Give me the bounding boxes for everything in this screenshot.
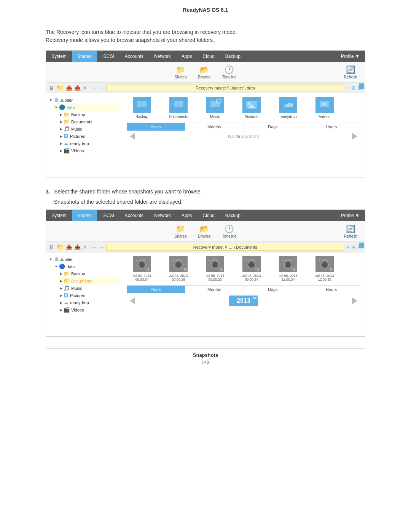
list-view-icon-1[interactable]: ≡ bbox=[347, 85, 350, 91]
tree-readydrop-2[interactable]: ▶ ☁ readydrop bbox=[58, 299, 120, 306]
nav-cloud-1[interactable]: Cloud bbox=[197, 51, 220, 62]
year-badge[interactable]: 2013 52 bbox=[229, 296, 258, 306]
tree-root-1[interactable]: ▼ 🖥 Jupiter bbox=[48, 96, 120, 104]
nav-shares-1[interactable]: Shares bbox=[72, 51, 97, 62]
snap-months-2[interactable]: Months bbox=[185, 286, 244, 293]
refresh-icon-1: 🔄 bbox=[346, 65, 355, 74]
nav-backup-1[interactable]: Backup bbox=[220, 51, 246, 62]
snapshot-item-1[interactable]: Jul 03, 2013 00:00:54 bbox=[127, 256, 157, 281]
nav-accounts-2[interactable]: Accounts bbox=[119, 210, 149, 221]
tree-music-2[interactable]: ▶ 🎵 Music bbox=[58, 284, 120, 292]
tree-backup-2[interactable]: ▶ 📁 Backup bbox=[58, 270, 120, 277]
tree-data-node-2[interactable]: ▼ 🔵 data bbox=[53, 263, 120, 270]
list-view-icon-2[interactable]: ≡ bbox=[347, 244, 350, 250]
pics-label-1: Pictures bbox=[70, 134, 85, 139]
root-arrow-1: ▼ bbox=[49, 98, 53, 102]
toolbar-browse-2[interactable]: 📂 Browse bbox=[198, 224, 210, 238]
snapshot-item-3[interactable]: Jul 05, 2013 00:00:32 bbox=[200, 256, 230, 281]
tree-readydrop-1[interactable]: ▶ ☁ readydrop bbox=[58, 140, 120, 147]
year-badge-count: 52 bbox=[253, 296, 257, 300]
nav-shares-2[interactable]: Shares bbox=[72, 210, 97, 221]
file-readydrop-1[interactable]: readydrop bbox=[273, 97, 303, 119]
tree-pictures-1[interactable]: ▶ 🖼 Pictures bbox=[58, 133, 120, 140]
nav-system-1[interactable]: System bbox=[46, 51, 72, 62]
fwd-arrow-2[interactable]: → bbox=[99, 244, 104, 250]
toolbar-timeline-1[interactable]: 🕐 Timeline bbox=[222, 65, 236, 79]
back-arrow-1[interactable]: ← bbox=[92, 85, 97, 91]
snap-camera-icon-6 bbox=[315, 256, 334, 272]
tree-music-1[interactable]: ▶ 🎵 Music bbox=[58, 125, 120, 133]
refresh-icon-2: 🔄 bbox=[346, 224, 355, 233]
nav-iscsi-2[interactable]: iSCSI bbox=[97, 210, 119, 221]
tree-videos-1[interactable]: ▶ 🎬 Videos bbox=[58, 147, 120, 154]
tree-panel-2: ▼ 🖥 Jupiter ▼ 🔵 data ▶ 📁 Backup bbox=[46, 252, 122, 336]
music-file-icon-1: ♪ bbox=[206, 97, 224, 113]
snap-hours-2[interactable]: Hours bbox=[302, 286, 360, 293]
nav-network-1[interactable]: Network bbox=[149, 51, 176, 62]
file-videos-1[interactable]: Videos bbox=[309, 97, 340, 119]
snapshot-item-6[interactable]: Jul 06, 2013 12:00:39 bbox=[309, 256, 340, 281]
snap-years-2[interactable]: Years bbox=[127, 286, 185, 293]
music-folder-icon-1: 🎵 bbox=[64, 126, 70, 132]
snap-camera-icon-4 bbox=[242, 256, 261, 272]
pics-folder-icon-2: 🖼 bbox=[64, 292, 68, 298]
snap-days-1[interactable]: Days bbox=[244, 123, 303, 131]
timeline-label-2: Timeline bbox=[222, 234, 236, 238]
snap-next-arrow-1[interactable] bbox=[352, 133, 357, 140]
snap-years-1[interactable]: Years bbox=[127, 123, 185, 131]
snap-hours-1[interactable]: Hours bbox=[302, 123, 360, 131]
nav-backup-2[interactable]: Backup bbox=[220, 210, 246, 221]
snap-prev-arrow-1[interactable] bbox=[130, 133, 135, 140]
snap-days-2[interactable]: Days bbox=[244, 286, 303, 293]
nav-iscsi-1[interactable]: iSCSI bbox=[97, 51, 119, 62]
docs-arrow-2: ▶ bbox=[60, 279, 62, 283]
tree-videos-2[interactable]: ▶ 🎬 Videos bbox=[58, 306, 120, 313]
nav-profile-1[interactable]: Profile ▼ bbox=[336, 51, 365, 62]
toolbar-refresh-1[interactable]: 🔄 Refresh bbox=[344, 65, 357, 79]
tree-documents-2[interactable]: ▶ 📁 Documents bbox=[58, 277, 120, 284]
nav-accounts-1[interactable]: Accounts bbox=[119, 51, 149, 62]
toolbar-shares-2[interactable]: 📁 Shares bbox=[175, 224, 187, 238]
toolbar-shares-1[interactable]: 📁 Shares bbox=[175, 65, 187, 79]
snapshot-item-2[interactable]: Jul 04, 2013 00:00:28 bbox=[163, 256, 194, 281]
pics-file-icon-1 bbox=[242, 97, 261, 113]
tree-root-2[interactable]: ▼ 🖥 Jupiter bbox=[48, 256, 120, 263]
tree-documents-1[interactable]: ▶ 📁 Documents bbox=[58, 118, 120, 125]
file-backup-1[interactable]: Backup bbox=[127, 97, 157, 119]
svg-point-44 bbox=[282, 260, 284, 261]
toolbar-timeline-2[interactable]: 🕐 Timeline bbox=[222, 224, 236, 238]
back-arrow-2[interactable]: ← bbox=[92, 244, 97, 250]
file-music-1[interactable]: ♪ Music bbox=[200, 97, 230, 119]
path-text-1: Recovery mode: \\ Jupiter \ data bbox=[196, 86, 255, 90]
fwd-arrow-1[interactable]: → bbox=[99, 85, 104, 91]
snapshot-item-5[interactable]: Jul 06, 2013 11:00:34 bbox=[273, 256, 303, 281]
tree-backup-1[interactable]: ▶ 📁 Backup bbox=[58, 111, 120, 118]
browse-icon-2: 📂 bbox=[200, 224, 209, 233]
nav-profile-2[interactable]: Profile ▼ bbox=[336, 210, 365, 221]
grid-view-icon-1[interactable]: ⊞ bbox=[351, 85, 356, 91]
nav-apps-2[interactable]: Apps bbox=[176, 210, 197, 221]
snap-next-arrow-2[interactable] bbox=[352, 297, 357, 304]
nav-system-2[interactable]: System bbox=[46, 210, 72, 221]
snap-timestamp-3: Jul 05, 2013 00:00:32 bbox=[200, 274, 230, 281]
toolbar-browse-1[interactable]: 📂 Browse bbox=[198, 65, 210, 79]
grid-view-icon-2[interactable]: ⊞ bbox=[351, 244, 356, 250]
snap-months-1[interactable]: Months bbox=[185, 123, 244, 131]
tree-data-node-1[interactable]: ▼ 🔵 data bbox=[53, 104, 120, 111]
data-arrow-1: ▼ bbox=[54, 105, 58, 109]
intro-text: The Recovery icon turns blue to indicate… bbox=[46, 28, 365, 44]
toolbar-refresh-2[interactable]: 🔄 Refresh bbox=[344, 224, 357, 238]
root-label-2: Jupiter bbox=[60, 257, 73, 262]
tree-pictures-2[interactable]: ▶ 🖼 Pictures bbox=[58, 292, 120, 299]
nas-tree-icon-2: 🖥 bbox=[54, 256, 59, 262]
snap-prev-arrow-2[interactable] bbox=[130, 297, 135, 304]
snapshot-item-4[interactable]: Jul 06, 2013 00:00:34 bbox=[236, 256, 267, 281]
music-label-2: Music bbox=[71, 286, 82, 291]
nav-network-2[interactable]: Network bbox=[149, 210, 176, 221]
nav-cloud-2[interactable]: Cloud bbox=[197, 210, 220, 221]
file-documents-1[interactable]: Documents bbox=[163, 97, 194, 119]
nav-apps-1[interactable]: Apps bbox=[176, 51, 197, 62]
rdrop-arrow-2: ▶ bbox=[60, 301, 62, 305]
file-pictures-1[interactable]: Pictures bbox=[236, 97, 267, 119]
music-arrow-2: ▶ bbox=[60, 286, 62, 290]
